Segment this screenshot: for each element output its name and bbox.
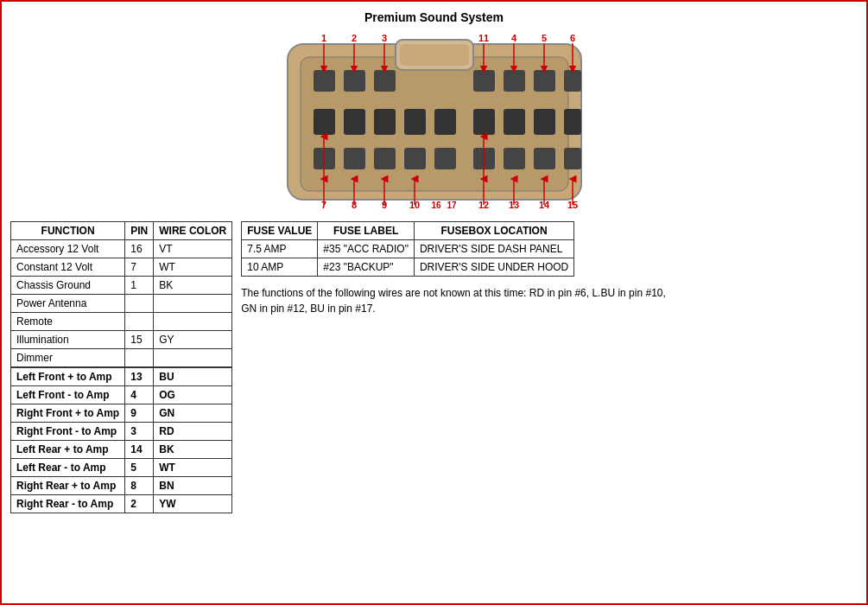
fuse-table-cell: DRIVER'S SIDE UNDER HOOD <box>414 258 573 277</box>
table-cell: Chassis Ground <box>11 277 125 295</box>
svg-rect-10 <box>564 70 581 92</box>
table-cell: 2 <box>125 495 154 513</box>
col-function: FUNCTION <box>11 222 125 240</box>
table-row: Right Front + to Amp9GN <box>11 404 232 423</box>
table-cell: Right Front - to Amp <box>11 423 125 441</box>
col-pin: PIN <box>125 222 154 240</box>
fuse-table-cell: 7.5 AMP <box>242 240 318 258</box>
svg-rect-14 <box>404 109 426 135</box>
table-cell: 3 <box>125 423 154 441</box>
table-row: Remote <box>11 313 232 331</box>
table-cell: OG <box>154 386 232 404</box>
table-cell: Right Rear - to Amp <box>11 495 125 513</box>
table-cell <box>154 349 232 368</box>
svg-rect-23 <box>404 148 426 169</box>
svg-text:16: 16 <box>431 201 441 210</box>
table-cell: 16 <box>125 240 154 258</box>
svg-rect-18 <box>534 109 555 135</box>
table-cell: 4 <box>125 386 154 404</box>
fuse-table-cell: #23 "BACKUP" <box>318 258 415 277</box>
svg-rect-3 <box>400 44 469 66</box>
table-row: Right Front - to Amp3RD <box>11 423 232 441</box>
page-title: Premium Sound System <box>10 10 858 24</box>
table-cell: BU <box>154 367 232 386</box>
connector-svg: 1 2 3 11 4 5 6 7 8 <box>262 31 607 213</box>
table-cell: Dimmer <box>11 349 125 368</box>
table-row: Chassis Ground1BK <box>11 277 232 295</box>
fuse-table-cell: #35 "ACC RADIO" <box>318 240 415 258</box>
table-cell: 1 <box>125 277 154 295</box>
fuse-table-row: 10 AMP#23 "BACKUP"DRIVER'S SIDE UNDER HO… <box>242 258 574 277</box>
main-table-container: FUNCTION PIN WIRE COLOR Accessory 12 Vol… <box>10 221 232 513</box>
table-cell: GY <box>154 331 232 349</box>
fuse-table: FUSE VALUE FUSE LABEL FUSEBOX LOCATION 7… <box>241 221 574 277</box>
table-row: Accessory 12 Volt16VT <box>11 240 232 258</box>
table-row: Left Rear + to Amp14BK <box>11 441 232 459</box>
table-row: Left Rear - to Amp5WT <box>11 459 232 477</box>
table-cell: Constant 12 Volt <box>11 258 125 277</box>
svg-text:11: 11 <box>478 33 488 43</box>
svg-rect-28 <box>564 148 581 169</box>
svg-rect-21 <box>344 148 365 169</box>
table-cell <box>125 295 154 313</box>
table-cell: 15 <box>125 331 154 349</box>
table-cell: 8 <box>125 477 154 495</box>
table-cell: 7 <box>125 258 154 277</box>
table-row: Constant 12 Volt7WT <box>11 258 232 277</box>
table-cell: Right Front + to Amp <box>11 404 125 423</box>
fuse-table-cell: 10 AMP <box>242 258 318 277</box>
svg-rect-16 <box>473 109 495 135</box>
page: Premium Sound System <box>0 0 868 605</box>
svg-text:2: 2 <box>351 33 356 43</box>
table-cell: WT <box>154 258 232 277</box>
table-cell <box>125 349 154 368</box>
table-row: Dimmer <box>11 349 232 368</box>
svg-rect-9 <box>534 70 555 92</box>
svg-text:4: 4 <box>510 33 516 43</box>
svg-rect-4 <box>314 70 335 92</box>
tables-area: FUNCTION PIN WIRE COLOR Accessory 12 Vol… <box>10 221 858 513</box>
svg-text:17: 17 <box>447 201 457 210</box>
table-cell: 9 <box>125 404 154 423</box>
svg-rect-19 <box>564 109 581 135</box>
svg-rect-5 <box>344 70 365 92</box>
svg-rect-8 <box>504 70 525 92</box>
svg-rect-11 <box>314 109 335 135</box>
table-cell: Right Rear + to Amp <box>11 477 125 495</box>
table-row: Right Rear + to Amp8BN <box>11 477 232 495</box>
svg-rect-26 <box>504 148 525 169</box>
table-row: Power Antenna <box>11 295 232 313</box>
svg-rect-12 <box>344 109 365 135</box>
svg-text:5: 5 <box>541 33 546 43</box>
table-cell: Left Rear + to Amp <box>11 441 125 459</box>
connector-diagram: 1 2 3 11 4 5 6 7 8 <box>10 31 858 213</box>
svg-rect-13 <box>374 109 396 135</box>
table-cell: GN <box>154 404 232 423</box>
right-section: FUSE VALUE FUSE LABEL FUSEBOX LOCATION 7… <box>241 221 858 316</box>
table-cell: Accessory 12 Volt <box>11 240 125 258</box>
table-cell: WT <box>154 459 232 477</box>
svg-rect-15 <box>434 109 456 135</box>
main-table: FUNCTION PIN WIRE COLOR Accessory 12 Vol… <box>10 221 232 513</box>
svg-rect-27 <box>534 148 555 169</box>
table-cell <box>154 313 232 331</box>
table-cell: RD <box>154 423 232 441</box>
table-cell: BK <box>154 441 232 459</box>
table-cell: BK <box>154 277 232 295</box>
table-row: Illumination15GY <box>11 331 232 349</box>
table-row: Left Front + to Amp13BU <box>11 367 232 386</box>
table-cell: VT <box>154 240 232 258</box>
table-cell <box>125 313 154 331</box>
table-row: Right Rear - to Amp2YW <box>11 495 232 513</box>
svg-text:6: 6 <box>569 33 574 43</box>
table-cell: BN <box>154 477 232 495</box>
table-cell: 14 <box>125 441 154 459</box>
table-cell <box>154 295 232 313</box>
table-cell: 5 <box>125 459 154 477</box>
table-cell: Left Rear - to Amp <box>11 459 125 477</box>
table-cell: 13 <box>125 367 154 386</box>
table-cell: Left Front + to Amp <box>11 367 125 386</box>
table-cell: YW <box>154 495 232 513</box>
svg-rect-22 <box>374 148 396 169</box>
col-fuse-label: FUSE LABEL <box>318 222 415 240</box>
